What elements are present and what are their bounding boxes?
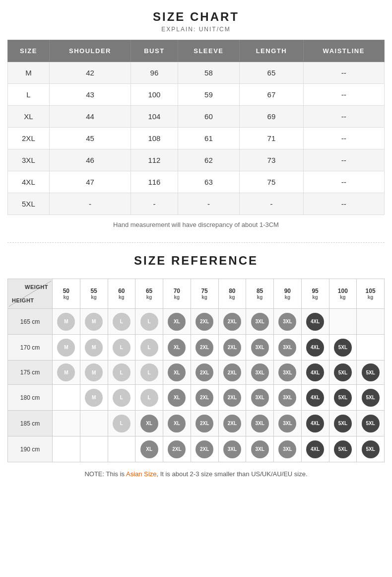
size-badge: 3XL xyxy=(251,313,269,331)
size-badge-cell: XL xyxy=(163,335,191,361)
size-badge-cell: XL xyxy=(135,411,163,436)
size-badge: 4XL xyxy=(306,389,324,407)
corner-height-label: HEIGHT xyxy=(12,297,34,303)
size-badge: 3XL xyxy=(251,415,269,433)
size-badge-cell: L xyxy=(108,385,135,411)
size-badge-cell: 2XL xyxy=(191,335,218,361)
size-badge-cell xyxy=(108,436,135,462)
empty-badge xyxy=(113,439,131,457)
table-row: M42965865-- xyxy=(8,62,385,84)
size-badge-cell: 5XL xyxy=(357,361,385,385)
weight-header: 70kg xyxy=(163,279,191,309)
size-badge-cell: M xyxy=(80,309,108,335)
weight-header: 75kg xyxy=(191,279,218,309)
size-badge: L xyxy=(113,339,131,357)
size-badge-cell: 3XL xyxy=(274,361,302,385)
size-badge: M xyxy=(57,339,75,357)
height-cell: 175 cm xyxy=(8,361,53,385)
size-badge-cell: XL xyxy=(163,385,191,411)
size-badge: 2XL xyxy=(223,313,241,331)
size-badge: 2XL xyxy=(223,415,241,433)
table-cell: -- xyxy=(303,128,385,149)
table-cell: -- xyxy=(303,149,385,171)
size-badge: 5XL xyxy=(334,339,352,357)
size-badge: 5XL xyxy=(334,363,352,381)
size-badge-cell xyxy=(80,411,108,436)
table-cell: -- xyxy=(303,193,385,215)
table-cell: 59 xyxy=(178,84,240,106)
size-badge: M xyxy=(85,313,103,331)
size-badge-cell: L xyxy=(108,361,135,385)
table-cell: 71 xyxy=(240,128,303,149)
table-row: 5XL------ xyxy=(8,193,385,215)
size-badge: 2XL xyxy=(196,363,213,381)
size-badge: XL xyxy=(168,389,186,407)
size-badge-cell: 5XL xyxy=(357,436,385,462)
table-cell: XL xyxy=(8,106,50,128)
size-badge: 3XL xyxy=(251,440,269,458)
size-badge-cell: M xyxy=(53,335,80,361)
size-badge: 2XL xyxy=(223,389,241,407)
size-badge-cell xyxy=(357,309,385,335)
size-badge-cell: 2XL xyxy=(191,385,218,411)
size-reference-title: SIZE REFERENCE xyxy=(7,254,385,268)
height-cell: 170 cm xyxy=(8,335,53,361)
weight-header: 55kg xyxy=(80,279,108,309)
table-cell: - xyxy=(178,193,240,215)
size-badge-cell: 2XL xyxy=(191,411,218,436)
size-badge: L xyxy=(140,389,158,407)
table-cell: 75 xyxy=(240,171,303,193)
weight-header: 80kg xyxy=(218,279,246,309)
table-cell: 61 xyxy=(178,128,240,149)
table-cell: 100 xyxy=(131,84,178,106)
size-badge: 2XL xyxy=(196,339,213,357)
size-badge: 2XL xyxy=(196,389,213,407)
table-cell: 4XL xyxy=(8,171,50,193)
table-cell: 65 xyxy=(240,62,303,84)
table-cell: 2XL xyxy=(8,128,50,149)
size-badge-cell xyxy=(80,436,108,462)
size-badge: 4XL xyxy=(306,339,324,357)
size-badge: 3XL xyxy=(223,440,241,458)
size-badge-cell: 4XL xyxy=(301,385,329,411)
measurement-note: Hand measurement will have discrepancy o… xyxy=(7,221,385,228)
size-badge: 3XL xyxy=(251,363,269,381)
size-badge-cell: 2XL xyxy=(163,436,191,462)
size-table-header-waistline: WAISTLINE xyxy=(303,40,385,62)
size-badge-cell xyxy=(329,309,357,335)
weight-header: 85kg xyxy=(246,279,274,309)
empty-badge xyxy=(85,414,103,432)
size-badge: 2XL xyxy=(223,339,241,357)
table-cell: 5XL xyxy=(8,193,50,215)
size-badge: 3XL xyxy=(278,440,296,458)
table-row: XL441046069-- xyxy=(8,106,385,128)
size-badge-cell: 3XL xyxy=(274,309,302,335)
size-badge-cell: L xyxy=(135,309,163,335)
size-badge-cell: 3XL xyxy=(274,436,302,462)
size-badge-cell: 3XL xyxy=(274,335,302,361)
size-badge-cell: 2XL xyxy=(191,436,218,462)
size-badge: L xyxy=(113,363,131,381)
size-badge-cell: L xyxy=(135,361,163,385)
table-row: 165 cmMMLLXL2XL2XL3XL3XL4XL xyxy=(8,309,385,335)
size-chart-table: SIZESHOULDERBUSTSLEEVELENGTHWAISTLINE M4… xyxy=(7,40,385,215)
table-cell: -- xyxy=(303,62,385,84)
size-badge: XL xyxy=(140,415,158,433)
size-badge-cell xyxy=(53,436,80,462)
size-badge-cell: 5XL xyxy=(357,411,385,436)
size-badge-cell: 4XL xyxy=(301,309,329,335)
size-badge: M xyxy=(85,363,103,381)
table-cell: -- xyxy=(303,84,385,106)
height-cell: 185 cm xyxy=(8,411,53,436)
size-badge: 3XL xyxy=(251,389,269,407)
table-cell: 43 xyxy=(49,84,131,106)
empty-badge xyxy=(362,338,380,356)
table-cell: 62 xyxy=(178,149,240,171)
size-badge: M xyxy=(85,389,103,407)
size-badge: 3XL xyxy=(278,313,296,331)
size-badge-cell: 3XL xyxy=(246,361,274,385)
height-cell: 180 cm xyxy=(8,385,53,411)
table-row: 170 cmMMLLXL2XL2XL3XL3XL4XL5XL xyxy=(8,335,385,361)
size-badge-cell: 3XL xyxy=(274,385,302,411)
table-cell: M xyxy=(8,62,50,84)
